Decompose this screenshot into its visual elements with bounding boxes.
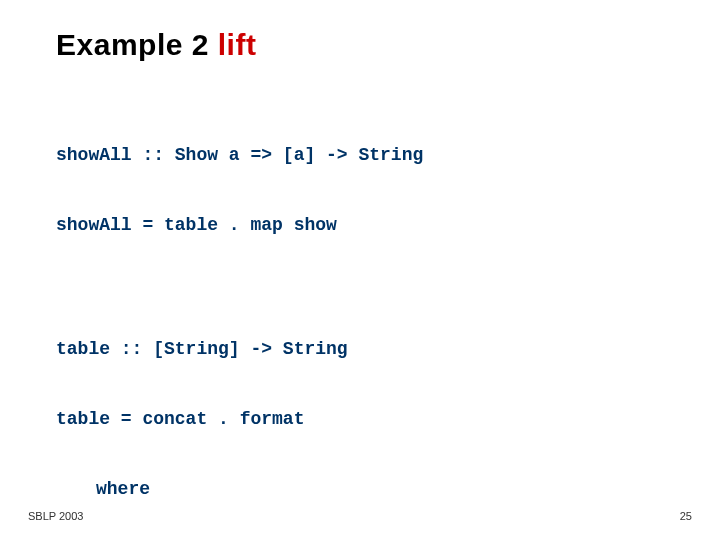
title-part-2: lift	[218, 28, 257, 61]
code-block: showAll :: Show a => [a] -> String showA…	[56, 110, 664, 540]
code-line: showAll = table . map show	[56, 216, 664, 234]
slide-title: Example 2 lift	[56, 28, 256, 62]
slide: Example 2 lift showAll :: Show a => [a] …	[0, 0, 720, 540]
code-line: table = concat . format	[56, 410, 664, 428]
title-part-1: Example 2	[56, 28, 218, 61]
page-number: 25	[680, 510, 692, 522]
code-line: where	[56, 480, 664, 498]
footer-left: SBLP 2003	[28, 510, 83, 522]
code-line: table :: [String] -> String	[56, 340, 664, 358]
code-line: showAll :: Show a => [a] -> String	[56, 146, 664, 164]
blank-line	[56, 286, 664, 304]
